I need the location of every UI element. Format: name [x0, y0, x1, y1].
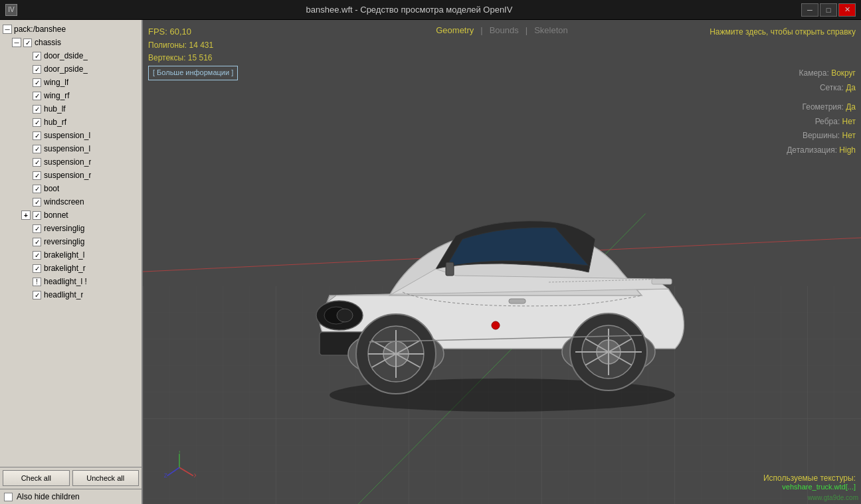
- grid-value: Да: [846, 83, 856, 92]
- brakelight-l-label: brakelight_l: [44, 250, 84, 260]
- also-hide-checkbox[interactable]: [4, 493, 13, 501]
- suspension-r2-checkbox[interactable]: [33, 171, 41, 180]
- help-text[interactable]: Нажмите здесь, чтобы открыть справку: [710, 25, 856, 40]
- grid-label: Сетка:: [820, 83, 844, 92]
- list-item[interactable]: brakelight_l: [1, 248, 140, 262]
- door-dside-checkbox[interactable]: [33, 52, 41, 60]
- polygons-value: 14 431: [189, 41, 213, 50]
- camera-value: Вокруг: [831, 68, 856, 78]
- list-item[interactable]: headlight_l !: [1, 275, 140, 288]
- svg-text:X: X: [194, 472, 196, 479]
- hub-rf-checkbox[interactable]: [33, 118, 41, 127]
- minimize-button[interactable]: ─: [801, 3, 818, 17]
- suspension-l2-checkbox[interactable]: [33, 145, 41, 153]
- vertices-disp-display: Вершины: Нет: [787, 129, 856, 143]
- fps-value: 60,10: [170, 27, 192, 37]
- list-item[interactable]: wing_rf: [1, 89, 140, 102]
- root-label: pack:/banshee: [14, 25, 66, 34]
- grid-display: Сетка: Да: [787, 81, 856, 96]
- list-item[interactable]: suspension_l: [1, 129, 140, 142]
- hud-bottom-right: Используемые текстуры: vehshare_truck.wt…: [763, 473, 856, 491]
- close-button[interactable]: ✕: [838, 3, 856, 17]
- fps-display: FPS: 60,10: [148, 25, 238, 39]
- texture-file: vehshare_truck.wtd[...]: [763, 483, 856, 491]
- edges-display: Ребра: Нет: [787, 115, 856, 129]
- svg-rect-29: [652, 279, 672, 284]
- windscreen-checkbox[interactable]: [33, 198, 41, 207]
- list-item[interactable]: suspension_l: [1, 142, 140, 155]
- brakelight-l-checkbox[interactable]: [33, 251, 41, 260]
- door-pside-checkbox[interactable]: [33, 65, 41, 74]
- list-item[interactable]: hub_lf: [1, 102, 140, 116]
- list-item[interactable]: door_dside_: [1, 49, 140, 62]
- edges-value: Нет: [842, 117, 856, 126]
- suspension-r1-checkbox[interactable]: [33, 158, 41, 167]
- wing-lf-checkbox[interactable]: [33, 78, 41, 87]
- list-item[interactable]: + bonnet: [1, 209, 140, 222]
- expand-chassis-button[interactable]: ─: [12, 38, 21, 47]
- door-pside-label: door_pside_: [44, 64, 88, 74]
- list-item[interactable]: door_pside_: [1, 62, 140, 76]
- headlight-l-label: headlight_l !: [44, 277, 87, 286]
- list-item[interactable]: headlight_r: [1, 288, 140, 301]
- list-item[interactable]: reversinglig: [1, 235, 140, 248]
- reversinglig1-checkbox[interactable]: [33, 224, 41, 233]
- brakelight-r-checkbox[interactable]: [33, 264, 41, 273]
- reversinglig2-checkbox[interactable]: [33, 238, 41, 246]
- svg-text:Y: Y: [178, 451, 182, 454]
- textures-label: Используемые текстуры:: [763, 473, 856, 483]
- list-item[interactable]: windscreen: [1, 195, 140, 209]
- list-item[interactable]: suspension_r: [1, 169, 140, 182]
- suspension-r2-label: suspension_r: [44, 171, 91, 180]
- tree-view[interactable]: ─ pack:/banshee ─ chassis door_dside_ do…: [0, 20, 142, 467]
- svg-line-30: [179, 467, 193, 476]
- expand-root-button[interactable]: ─: [3, 25, 12, 34]
- headlight-l-checkbox[interactable]: [33, 278, 41, 286]
- maximize-button[interactable]: □: [820, 3, 837, 17]
- expand-bonnet-button[interactable]: +: [21, 210, 31, 220]
- nav-bounds[interactable]: Bounds: [490, 25, 519, 35]
- hub-lf-checkbox[interactable]: [33, 105, 41, 114]
- app-icon: IV: [5, 4, 17, 16]
- geometry-display: Геометрия: Да: [787, 100, 856, 115]
- list-item[interactable]: hub_rf: [1, 116, 140, 129]
- vertices-display: Вертексы: 15 516: [148, 52, 238, 64]
- chassis-label: chassis: [35, 38, 61, 47]
- reversinglig1-label: reversinglig: [44, 224, 84, 233]
- hud-stats: FPS: 60,10 Полигоны: 14 431 Вертексы: 15…: [148, 25, 238, 80]
- wing-rf-label: wing_rf: [44, 91, 70, 100]
- tree-root-item[interactable]: ─ pack:/banshee: [1, 23, 140, 36]
- more-info-button[interactable]: [ Больше информации ]: [148, 64, 238, 80]
- svg-line-32: [167, 467, 179, 476]
- camera-label: Камера:: [799, 68, 829, 78]
- list-item[interactable]: reversinglig: [1, 222, 140, 235]
- list-item[interactable]: brakelight_r: [1, 262, 140, 275]
- list-item[interactable]: boot: [1, 182, 140, 195]
- reversinglig2-label: reversinglig: [44, 237, 84, 246]
- uncheck-all-button[interactable]: Uncheck all: [72, 470, 140, 486]
- camera-display: Камера: Вокруг: [787, 66, 856, 81]
- tree-chassis-item[interactable]: ─ chassis: [1, 36, 140, 49]
- list-item[interactable]: wing_lf: [1, 76, 140, 89]
- also-hide-bar: Also hide children: [0, 489, 142, 504]
- list-item[interactable]: suspension_r: [1, 155, 140, 169]
- suspension-l1-checkbox[interactable]: [33, 131, 41, 140]
- viewport[interactable]: FPS: 60,10 Полигоны: 14 431 Вертексы: 15…: [143, 20, 861, 504]
- axes-indicator: X Y Z: [163, 451, 196, 484]
- bonnet-label: bonnet: [44, 210, 68, 220]
- bonnet-checkbox[interactable]: [33, 211, 41, 220]
- geom-val: Да: [846, 102, 856, 112]
- svg-rect-28: [446, 262, 454, 276]
- check-all-button[interactable]: Check all: [3, 470, 70, 486]
- nav-skeleton[interactable]: Skeleton: [534, 25, 568, 35]
- boot-checkbox[interactable]: [33, 185, 41, 193]
- chassis-checkbox[interactable]: [23, 39, 32, 47]
- boot-label: boot: [44, 184, 59, 193]
- svg-rect-26: [509, 299, 526, 303]
- vertices-value: 15 516: [188, 53, 213, 62]
- headlight-r-checkbox[interactable]: [33, 291, 41, 299]
- wing-rf-checkbox[interactable]: [33, 92, 41, 100]
- edges-label: Ребра:: [815, 117, 840, 126]
- nav-geometry[interactable]: Geometry: [436, 25, 474, 35]
- hub-lf-label: hub_lf: [44, 104, 66, 114]
